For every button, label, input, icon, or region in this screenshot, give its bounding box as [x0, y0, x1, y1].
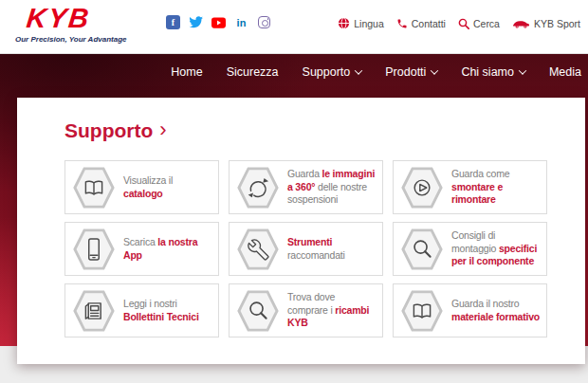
tile-label: Guarda le immagini a 360° delle nostre s…: [287, 168, 377, 208]
tile-immagini-360[interactable]: Guarda le immagini a 360° delle nostre s…: [229, 160, 383, 214]
kyb-logo-text: KYB: [25, 5, 91, 32]
search-button[interactable]: Cerca: [458, 18, 500, 29]
page-title[interactable]: Supporto ›: [64, 119, 167, 142]
tile-consigli-montaggio[interactable]: Consigli di montaggio specifici per il c…: [393, 222, 547, 276]
tile-label: Guarda come smontare e rimontare: [451, 168, 542, 208]
tile-label: Trova dove comprare i ricambi KYB: [287, 291, 377, 331]
open-book-icon: [401, 288, 443, 334]
chevron-right-icon: ›: [159, 119, 166, 140]
kyb-sport-label: KYB Sport: [534, 18, 580, 29]
page-title-text: Supporto: [64, 119, 153, 142]
tile-label: Consigli di montaggio specifici per il c…: [451, 229, 542, 269]
magnifier-icon: [237, 288, 279, 334]
youtube-icon[interactable]: [211, 15, 226, 29]
utility-nav: Lingua Contatti Cerca: [338, 17, 580, 29]
contacts-label: Contatti: [412, 18, 446, 29]
nav-supporto[interactable]: Supporto: [303, 65, 362, 79]
phone-icon: [396, 18, 408, 29]
tile-bollettini-tecnici[interactable]: Leggi i nostri Bollettini Tecnici: [64, 283, 219, 337]
chevron-down-icon: [519, 66, 526, 74]
support-tiles-grid: Visualizza il catalogo Guarda le immagin…: [64, 160, 547, 337]
search-label: Cerca: [473, 18, 500, 29]
open-book-icon: [73, 165, 115, 210]
kyb-sport-link[interactable]: KYB Sport: [512, 18, 580, 29]
nav-chi-siamo[interactable]: Chi siamo: [461, 65, 525, 79]
bulletin-icon: [73, 288, 115, 334]
instagram-icon[interactable]: [257, 15, 271, 29]
contacts-link[interactable]: Contatti: [396, 18, 446, 29]
twitter-icon[interactable]: [189, 15, 203, 29]
kyb-support-page: KYB Our Precision, Your Advantage f in L…: [0, 0, 588, 383]
tile-dove-comprare[interactable]: Trova dove comprare i ricambi KYB: [229, 283, 383, 337]
social-links: f in: [166, 15, 271, 29]
language-label: Lingua: [354, 18, 384, 29]
top-header-bar: KYB Our Precision, Your Advantage f in L…: [0, 0, 588, 54]
tile-label: Strumenti raccomandati: [287, 236, 377, 263]
main-navigation: Home Sicurezza Supporto Prodotti Chi sia…: [0, 54, 588, 90]
chevron-down-icon: [355, 66, 362, 74]
linkedin-icon[interactable]: in: [234, 15, 248, 29]
nav-prodotti[interactable]: Prodotti: [385, 65, 437, 79]
tile-app[interactable]: Scarica la nostra App: [64, 222, 219, 276]
tile-label: Visualizza il catalogo: [123, 174, 213, 201]
smartphone-icon: [73, 227, 115, 272]
brand-tagline: Our Precision, Your Advantage: [15, 35, 129, 44]
tile-label: Leggi i nostri Bollettini Tecnici: [123, 298, 213, 324]
tile-label: Scarica la nostra App: [123, 236, 213, 263]
nav-sicurezza[interactable]: Sicurezza: [227, 65, 279, 79]
tile-materiale-formativo[interactable]: Guarda il nostro materiale formativo: [393, 283, 547, 337]
rotate-360-icon: [237, 165, 279, 210]
language-menu[interactable]: Lingua: [338, 17, 384, 29]
facebook-icon[interactable]: f: [166, 15, 180, 29]
nav-home[interactable]: Home: [171, 65, 202, 79]
magnifier-icon: [401, 227, 443, 272]
globe-icon: [338, 17, 350, 29]
tile-label: Guarda il nostro materiale formativo: [451, 298, 542, 324]
kyb-logo[interactable]: KYB Our Precision, Your Advantage: [15, 5, 129, 44]
support-content-card: Supporto › Visualizza il catalogo: [17, 98, 585, 364]
chevron-down-icon: [431, 66, 438, 74]
wrench-icon: [237, 227, 279, 272]
search-icon: [458, 18, 469, 29]
nav-media[interactable]: Media: [549, 65, 581, 79]
play-video-icon: [401, 165, 443, 210]
tile-catalogo[interactable]: Visualizza il catalogo: [64, 160, 219, 214]
tile-strumenti[interactable]: Strumenti raccomandati: [229, 222, 383, 276]
tile-video-smontaggio[interactable]: Guarda come smontare e rimontare: [393, 160, 547, 214]
car-icon: [512, 18, 530, 29]
